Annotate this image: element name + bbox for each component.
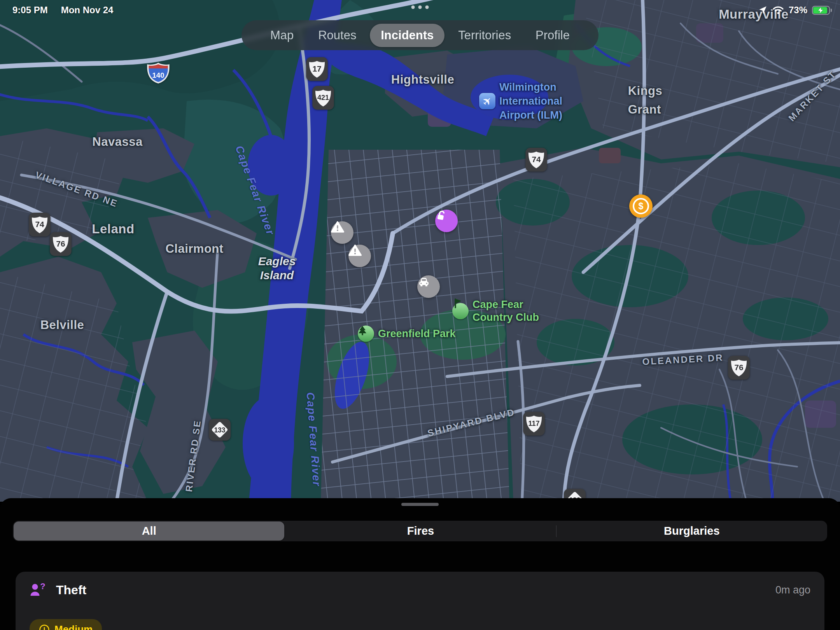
svg-text:117: 117 <box>528 420 539 427</box>
poi-airport[interactable]: ✈ Wilmington International Airport (ILM) <box>479 80 562 122</box>
incident-title: Theft <box>56 583 775 597</box>
poi-country-club[interactable]: Cape Fear Country Club <box>452 298 539 324</box>
svg-text:76: 76 <box>56 239 65 248</box>
incident-marker-theft[interactable]: $ <box>629 194 653 218</box>
map-label-navassa: Navassa <box>92 135 142 149</box>
filter-all[interactable]: All <box>14 522 284 541</box>
app-screen: Hightsville Navassa Leland Clairmont Bel… <box>0 0 840 630</box>
incident-marker-burglary[interactable] <box>435 210 458 232</box>
map-label-hightsville: Hightsville <box>391 73 454 87</box>
car-icon <box>417 275 430 287</box>
incident-card-theft[interactable]: ? Theft 0m ago Medium <box>16 572 824 630</box>
map-label-kings-grant: KingsGrant <box>628 82 663 119</box>
sheet-drag-handle[interactable] <box>401 503 439 506</box>
location-arrow-icon <box>758 5 768 15</box>
warning-triangle-icon <box>331 221 344 233</box>
incident-marker-vehicle[interactable] <box>417 275 440 298</box>
map-label-leland: Leland <box>92 222 134 236</box>
svg-text:140: 140 <box>152 71 164 79</box>
unlock-icon <box>435 210 448 222</box>
charging-bolt-icon <box>817 7 824 14</box>
multitasking-dots-icon[interactable] <box>411 5 429 9</box>
svg-text:133: 133 <box>214 426 225 434</box>
tab-map[interactable]: Map <box>259 24 304 47</box>
incident-marker-warning-1[interactable] <box>331 221 354 244</box>
tab-profile[interactable]: Profile <box>525 24 581 47</box>
golf-flag-icon <box>452 303 469 319</box>
svg-text:76: 76 <box>734 363 743 372</box>
warning-triangle-icon <box>348 245 362 256</box>
poi-greenfield-park[interactable]: Greenfield Park <box>358 326 456 342</box>
suspect-person-icon: ? <box>30 583 47 597</box>
incident-filter-segmented-control: All Fires Burglaries <box>13 521 827 541</box>
status-time: 9:05 PM <box>12 5 48 16</box>
map-label-eagles-island: EaglesIsland <box>258 254 296 282</box>
filter-burglaries[interactable]: Burglaries <box>556 521 827 541</box>
tab-routes[interactable]: Routes <box>307 24 367 47</box>
wifi-icon <box>772 5 784 15</box>
alert-circle-icon <box>39 624 50 630</box>
map-canvas[interactable]: Hightsville Navassa Leland Clairmont Bel… <box>0 0 840 502</box>
dollar-icon: $ <box>633 198 649 214</box>
svg-text:74: 74 <box>35 220 44 229</box>
airport-icon: ✈ <box>479 93 495 109</box>
tab-territories[interactable]: Territories <box>447 24 522 47</box>
top-nav-tabs: Map Routes Incidents Territories Profile <box>242 20 598 50</box>
svg-text:74: 74 <box>532 155 541 164</box>
battery-icon <box>812 6 830 15</box>
map-label-clairmont: Clairmont <box>165 242 223 256</box>
incident-time-ago: 0m ago <box>775 584 810 596</box>
tab-incidents[interactable]: Incidents <box>370 24 444 47</box>
map-label-belville: Belville <box>40 318 84 332</box>
incident-marker-warning-2[interactable] <box>348 245 371 267</box>
svg-text:421: 421 <box>317 94 329 102</box>
severity-label: Medium <box>54 623 93 630</box>
svg-text:17: 17 <box>312 64 321 73</box>
incidents-bottom-sheet: All Fires Burglaries ? Theft 0m ago <box>0 498 840 630</box>
tree-icon <box>358 326 374 342</box>
status-date: Mon Nov 24 <box>61 5 114 16</box>
severity-badge: Medium <box>30 619 102 630</box>
svg-text:?: ? <box>40 583 45 591</box>
battery-percent: 73% <box>789 5 807 16</box>
filter-fires[interactable]: Fires <box>285 521 556 541</box>
